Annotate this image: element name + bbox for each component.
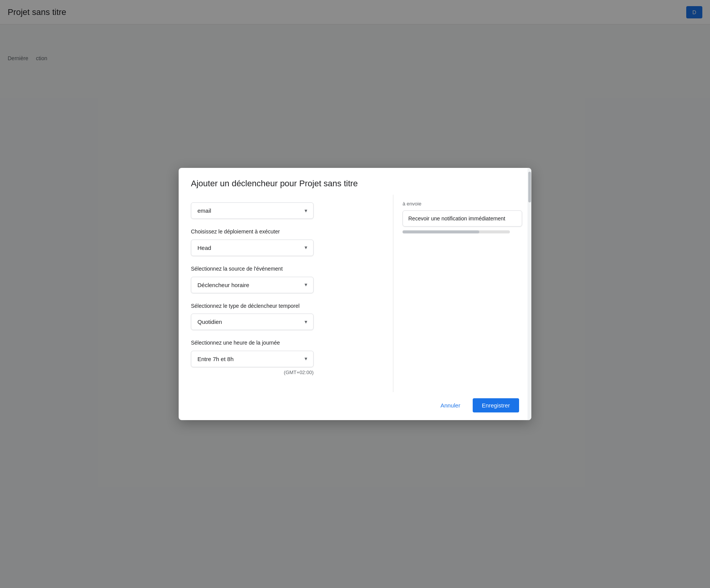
modal-left-panel: email ▼ Choisissez le déploiement à exéc… — [179, 195, 393, 392]
email-select-wrapper[interactable]: email ▼ — [191, 202, 314, 219]
deployment-select-wrapper[interactable]: Head main dev ▼ — [191, 240, 314, 256]
modal-header: Ajouter un déclencheur pour Projet sans … — [179, 168, 531, 195]
trigger-type-label: Sélectionnez le type de déclencheur temp… — [191, 302, 381, 310]
time-field-group: Sélectionnez une heure de la journée Ent… — [191, 339, 381, 375]
email-field-group: email ▼ — [191, 202, 381, 219]
scrollbar-track — [403, 230, 510, 233]
modal-backdrop: Ajouter un déclencheur pour Projet sans … — [0, 0, 710, 588]
scrollbar-thumb — [403, 230, 479, 233]
modal-title: Ajouter un déclencheur pour Projet sans … — [191, 179, 519, 189]
trigger-type-select[interactable]: Quotidien Hebdomadaire Mensuel — [191, 314, 314, 330]
modal-footer: Annuler Enregistrer — [179, 392, 531, 420]
time-select[interactable]: Entre 7h et 8h Entre 8h et 9h Entre 9h e… — [191, 351, 314, 367]
source-select-wrapper[interactable]: Déclencheur horaire Déclencheur calendri… — [191, 277, 314, 293]
deployment-select[interactable]: Head main dev — [191, 240, 314, 256]
source-select[interactable]: Déclencheur horaire Déclencheur calendri… — [191, 277, 314, 293]
deployment-field-group: Choisissez le déploiement à exécuter Hea… — [191, 228, 381, 256]
modal-scrollbar-thumb — [528, 195, 531, 202]
scrolled-label: à envoie — [403, 201, 522, 207]
timezone-note: (GMT+02:00) — [191, 370, 314, 375]
deployment-label: Choisissez le déploiement à exécuter — [191, 228, 381, 236]
trigger-type-field-group: Sélectionnez le type de déclencheur temp… — [191, 302, 381, 330]
source-field-group: Sélectionnez la source de l'événement Dé… — [191, 265, 381, 293]
cancel-button[interactable]: Annuler — [434, 399, 467, 412]
notification-box: Recevoir une notification immédiatement — [403, 210, 522, 227]
time-select-wrapper[interactable]: Entre 7h et 8h Entre 8h et 9h Entre 9h e… — [191, 351, 314, 367]
email-select[interactable]: email — [191, 202, 314, 219]
modal-right-panel: à envoie Recevoir une notification imméd… — [393, 195, 531, 392]
modal-body: email ▼ Choisissez le déploiement à exéc… — [179, 195, 531, 392]
trigger-type-select-wrapper[interactable]: Quotidien Hebdomadaire Mensuel ▼ — [191, 314, 314, 330]
time-label: Sélectionnez une heure de la journée — [191, 339, 381, 347]
save-button[interactable]: Enregistrer — [473, 398, 519, 412]
modal-scrollbar[interactable] — [528, 195, 531, 392]
source-label: Sélectionnez la source de l'événement — [191, 265, 381, 273]
modal-dialog: Ajouter un déclencheur pour Projet sans … — [179, 168, 531, 420]
